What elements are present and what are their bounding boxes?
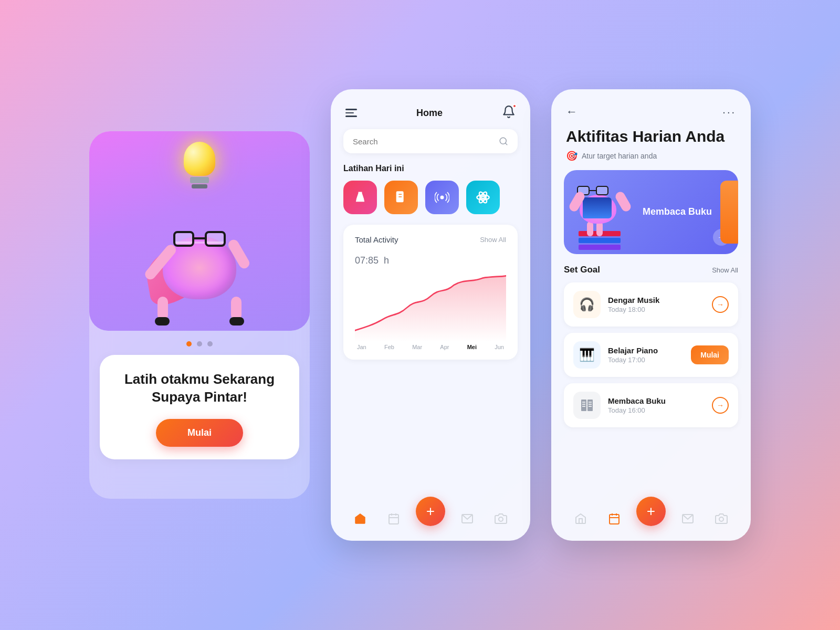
brain-foot-right bbox=[229, 317, 244, 326]
search-bar[interactable] bbox=[343, 129, 518, 153]
goal-time-buku: Today 16:00 bbox=[608, 406, 705, 414]
goal-item-dengar-musik: 🎧 Dengar Musik Today 18:00 → bbox=[564, 282, 738, 327]
screen3-bottom-nav: + bbox=[551, 499, 751, 541]
hero-arm-r bbox=[614, 190, 633, 213]
screen2-bottom-nav: + bbox=[331, 499, 530, 541]
goal-time-dengar: Today 18:00 bbox=[608, 306, 705, 313]
activity-icons-row bbox=[331, 181, 530, 225]
activity-chart bbox=[355, 274, 506, 342]
goal-arrow-icon-dengar[interactable]: → bbox=[712, 296, 729, 313]
pagination-dots bbox=[186, 341, 213, 346]
screen3-fab-button[interactable]: + bbox=[636, 497, 666, 526]
screen3-nav-calendar-icon[interactable] bbox=[603, 507, 626, 530]
screen2-fab-button[interactable]: + bbox=[416, 497, 445, 526]
ta-header: Total Activity Show All bbox=[355, 235, 506, 244]
latihan-section-label: Latihan Hari ini bbox=[331, 164, 530, 181]
onboarding-title: Latih otakmu Sekarang Supaya Pintar! bbox=[118, 371, 281, 406]
month-apr: Apr bbox=[440, 344, 449, 350]
screen3-daily: ← ··· Aktifitas Harian Anda 🎯 Atur targe… bbox=[551, 89, 751, 541]
target-row: 🎯 Atur target harian anda bbox=[551, 150, 751, 170]
nav-calendar-icon[interactable] bbox=[382, 507, 405, 530]
goal-action-piano[interactable]: Mulai bbox=[691, 345, 729, 364]
goal-item-membaca-buku: Membaca Buku Today 16:00 → bbox=[564, 383, 738, 427]
nav-camera-icon[interactable] bbox=[489, 507, 512, 530]
brain-foot-left bbox=[155, 317, 170, 326]
search-input[interactable] bbox=[353, 137, 494, 146]
target-emoji: 🎯 bbox=[566, 150, 578, 162]
screen2-home: Home Latihan Hari ini bbox=[331, 89, 530, 541]
brain-character bbox=[126, 152, 273, 331]
screen3-nav-home-icon[interactable] bbox=[569, 507, 592, 530]
activity-icon-book[interactable] bbox=[384, 181, 418, 214]
notification-bell-icon[interactable] bbox=[502, 105, 516, 121]
set-goal-show-all[interactable]: Show All bbox=[712, 266, 738, 274]
month-feb: Feb bbox=[384, 344, 394, 350]
screen2-page-title: Home bbox=[416, 108, 443, 119]
goal-time-piano: Today 17:00 bbox=[608, 356, 684, 364]
back-arrow-icon[interactable]: ← bbox=[566, 105, 578, 119]
activity-icon-satellite[interactable] bbox=[425, 181, 459, 214]
goal-action-buku[interactable]: → bbox=[712, 397, 729, 414]
svg-rect-9 bbox=[389, 514, 398, 524]
atom-icon bbox=[476, 190, 490, 205]
book-lines-icon bbox=[579, 397, 595, 413]
hero-book-held bbox=[583, 197, 612, 218]
hero-leg-r bbox=[596, 222, 603, 236]
screens-container: Latih otakmu Sekarang Supaya Pintar! Mul… bbox=[89, 89, 751, 541]
book-icon bbox=[394, 190, 408, 205]
mulai-piano-button[interactable]: Mulai bbox=[691, 345, 729, 364]
hero-brain-illustration bbox=[564, 170, 643, 254]
dot-1[interactable] bbox=[186, 341, 192, 346]
total-activity-card: Total Activity Show All 07:85 h bbox=[343, 225, 518, 360]
search-icon bbox=[499, 136, 508, 146]
month-mei: Mei bbox=[467, 344, 477, 350]
svg-rect-16 bbox=[587, 400, 593, 411]
activity-icon-atom[interactable] bbox=[466, 181, 500, 214]
chart-months: Jan Feb Mar Apr Mei Jun bbox=[355, 342, 506, 355]
screen3-header: ← ··· bbox=[551, 89, 751, 127]
goal-item-belajar-piano: 🎹 Belajar Piano Today 17:00 Mulai bbox=[564, 333, 738, 377]
month-mar: Mar bbox=[412, 344, 422, 350]
goal-name-piano: Belajar Piano bbox=[608, 346, 684, 355]
dot-2[interactable] bbox=[197, 341, 202, 346]
hamburger-menu-icon[interactable] bbox=[345, 109, 357, 117]
nav-mail-icon[interactable] bbox=[456, 507, 479, 530]
goal-icon-book bbox=[573, 392, 601, 419]
goal-icon-headphones: 🎧 bbox=[573, 291, 601, 318]
hero-orange-tab bbox=[720, 181, 738, 244]
svg-point-4 bbox=[440, 196, 444, 200]
goal-name-dengar: Dengar Musik bbox=[608, 296, 705, 304]
month-jun: Jun bbox=[495, 344, 504, 350]
brain-glasses bbox=[173, 231, 226, 249]
screen1-hero bbox=[89, 131, 310, 331]
goal-info-piano: Belajar Piano Today 17:00 bbox=[608, 346, 684, 364]
screen3-nav-camera-icon[interactable] bbox=[710, 507, 733, 530]
goal-action-dengar[interactable]: → bbox=[712, 296, 729, 313]
screen1-onboarding: Latih otakmu Sekarang Supaya Pintar! Mul… bbox=[89, 131, 310, 499]
satellite-icon bbox=[435, 190, 449, 205]
goal-info-dengar: Dengar Musik Today 18:00 bbox=[608, 296, 705, 313]
hero-activity-card[interactable]: Membaca Buku → bbox=[564, 170, 738, 254]
activity-icon-science[interactable] bbox=[343, 181, 377, 214]
goal-arrow-icon-buku[interactable]: → bbox=[712, 397, 729, 414]
ta-time: 07:85 h bbox=[355, 246, 506, 268]
svg-point-14 bbox=[499, 517, 503, 521]
svg-rect-23 bbox=[610, 514, 619, 524]
flask-icon bbox=[353, 190, 368, 205]
svg-rect-15 bbox=[581, 400, 586, 411]
mulai-button[interactable]: Mulai bbox=[156, 419, 243, 447]
set-goal-header: Set Goal Show All bbox=[551, 265, 751, 282]
goal-info-buku: Membaca Buku Today 16:00 bbox=[608, 396, 705, 414]
screen3-page-title: Aktifitas Harian Anda bbox=[551, 127, 751, 150]
ta-label: Total Activity bbox=[355, 235, 398, 244]
screen3-nav-mail-icon[interactable] bbox=[676, 507, 699, 530]
three-dots-menu[interactable]: ··· bbox=[722, 106, 736, 118]
hero-leg-l bbox=[587, 222, 593, 236]
dot-3[interactable] bbox=[207, 341, 213, 346]
target-text: Atur target harian anda bbox=[582, 152, 657, 160]
svg-point-28 bbox=[719, 517, 723, 521]
set-goal-label: Set Goal bbox=[564, 265, 600, 275]
nav-home-icon[interactable] bbox=[349, 507, 372, 530]
goal-icon-piano: 🎹 bbox=[573, 341, 601, 369]
ta-show-all[interactable]: Show All bbox=[480, 236, 506, 244]
